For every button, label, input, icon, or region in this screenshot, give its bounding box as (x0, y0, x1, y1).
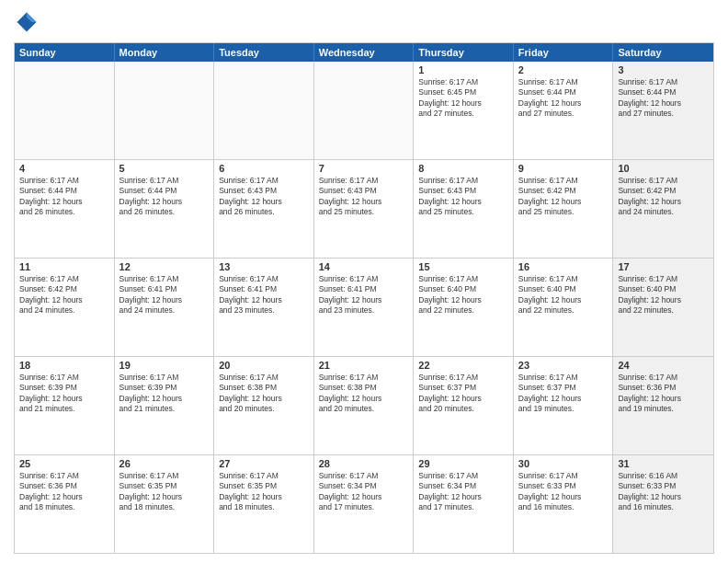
calendar-cell-29: 29Sunrise: 6:17 AM Sunset: 6:34 PM Dayli… (414, 455, 514, 553)
calendar-cell-19: 19Sunrise: 6:17 AM Sunset: 6:39 PM Dayli… (115, 357, 215, 454)
day-number: 12 (119, 261, 210, 272)
calendar-cell-empty-0-3 (314, 62, 415, 159)
day-info: Sunrise: 6:17 AM Sunset: 6:35 PM Dayligh… (219, 471, 309, 513)
day-info: Sunrise: 6:17 AM Sunset: 6:41 PM Dayligh… (319, 274, 409, 316)
day-number: 28 (319, 458, 409, 469)
day-number: 23 (518, 360, 609, 371)
calendar-row-2: 11Sunrise: 6:17 AM Sunset: 6:42 PM Dayli… (15, 258, 713, 356)
day-info: Sunrise: 6:17 AM Sunset: 6:44 PM Dayligh… (119, 176, 210, 218)
calendar-cell-12: 12Sunrise: 6:17 AM Sunset: 6:41 PM Dayli… (115, 259, 215, 356)
day-number: 21 (319, 360, 409, 371)
calendar: SundayMondayTuesdayWednesdayThursdayFrid… (14, 42, 714, 554)
calendar-cell-empty-0-0 (15, 62, 115, 159)
calendar-cell-27: 27Sunrise: 6:17 AM Sunset: 6:35 PM Dayli… (214, 455, 314, 553)
day-number: 10 (618, 163, 709, 174)
calendar-cell-14: 14Sunrise: 6:17 AM Sunset: 6:41 PM Dayli… (314, 259, 415, 356)
calendar-cell-15: 15Sunrise: 6:17 AM Sunset: 6:40 PM Dayli… (414, 259, 514, 356)
day-number: 26 (119, 458, 210, 469)
day-info: Sunrise: 6:17 AM Sunset: 6:39 PM Dayligh… (119, 373, 210, 415)
calendar-cell-13: 13Sunrise: 6:17 AM Sunset: 6:41 PM Dayli… (214, 259, 314, 356)
day-info: Sunrise: 6:17 AM Sunset: 6:38 PM Dayligh… (219, 373, 309, 415)
day-number: 29 (418, 458, 508, 469)
day-number: 16 (518, 261, 609, 272)
calendar-header: SundayMondayTuesdayWednesdayThursdayFrid… (15, 43, 713, 62)
day-info: Sunrise: 6:17 AM Sunset: 6:37 PM Dayligh… (518, 373, 609, 415)
day-info: Sunrise: 6:17 AM Sunset: 6:35 PM Dayligh… (119, 471, 210, 513)
calendar-cell-3: 3Sunrise: 6:17 AM Sunset: 6:44 PM Daylig… (613, 62, 713, 159)
day-info: Sunrise: 6:17 AM Sunset: 6:38 PM Dayligh… (319, 373, 409, 415)
day-number: 22 (418, 360, 508, 371)
day-number: 30 (518, 458, 609, 469)
calendar-row-0: 1Sunrise: 6:17 AM Sunset: 6:45 PM Daylig… (15, 62, 713, 159)
calendar-cell-31: 31Sunrise: 6:16 AM Sunset: 6:33 PM Dayli… (613, 455, 713, 553)
day-number: 18 (19, 360, 109, 371)
calendar-cell-17: 17Sunrise: 6:17 AM Sunset: 6:40 PM Dayli… (613, 259, 713, 356)
calendar-cell-30: 30Sunrise: 6:17 AM Sunset: 6:33 PM Dayli… (514, 455, 614, 553)
calendar-cell-2: 2Sunrise: 6:17 AM Sunset: 6:44 PM Daylig… (514, 62, 614, 159)
calendar-cell-21: 21Sunrise: 6:17 AM Sunset: 6:38 PM Dayli… (314, 357, 415, 454)
calendar-cell-10: 10Sunrise: 6:17 AM Sunset: 6:42 PM Dayli… (613, 160, 713, 258)
calendar-row-3: 18Sunrise: 6:17 AM Sunset: 6:39 PM Dayli… (15, 356, 713, 454)
day-info: Sunrise: 6:17 AM Sunset: 6:40 PM Dayligh… (618, 274, 709, 316)
calendar-cell-18: 18Sunrise: 6:17 AM Sunset: 6:39 PM Dayli… (15, 357, 115, 454)
day-number: 19 (119, 360, 210, 371)
day-number: 17 (618, 261, 709, 272)
calendar-cell-11: 11Sunrise: 6:17 AM Sunset: 6:42 PM Dayli… (15, 259, 115, 356)
day-number: 9 (518, 163, 609, 174)
calendar-cell-empty-0-2 (214, 62, 314, 159)
day-number: 3 (618, 64, 709, 75)
calendar-row-1: 4Sunrise: 6:17 AM Sunset: 6:44 PM Daylig… (15, 159, 713, 258)
page: SundayMondayTuesdayWednesdayThursdayFrid… (0, 0, 728, 563)
day-info: Sunrise: 6:17 AM Sunset: 6:34 PM Dayligh… (319, 471, 409, 513)
day-number: 2 (518, 64, 609, 75)
weekday-header-sunday: Sunday (15, 43, 115, 62)
day-info: Sunrise: 6:17 AM Sunset: 6:37 PM Dayligh… (418, 373, 508, 415)
calendar-body: 1Sunrise: 6:17 AM Sunset: 6:45 PM Daylig… (15, 62, 713, 553)
calendar-cell-16: 16Sunrise: 6:17 AM Sunset: 6:40 PM Dayli… (514, 259, 614, 356)
calendar-cell-5: 5Sunrise: 6:17 AM Sunset: 6:44 PM Daylig… (115, 160, 215, 258)
day-info: Sunrise: 6:17 AM Sunset: 6:33 PM Dayligh… (518, 471, 609, 513)
day-info: Sunrise: 6:17 AM Sunset: 6:44 PM Dayligh… (19, 176, 109, 218)
calendar-cell-24: 24Sunrise: 6:17 AM Sunset: 6:36 PM Dayli… (613, 357, 713, 454)
day-number: 25 (19, 458, 109, 469)
day-info: Sunrise: 6:17 AM Sunset: 6:44 PM Dayligh… (618, 77, 709, 120)
day-info: Sunrise: 6:17 AM Sunset: 6:40 PM Dayligh… (518, 274, 609, 316)
calendar-cell-26: 26Sunrise: 6:17 AM Sunset: 6:35 PM Dayli… (115, 455, 215, 553)
calendar-cell-empty-0-1 (115, 62, 215, 159)
day-number: 24 (618, 360, 709, 371)
day-number: 15 (418, 261, 508, 272)
weekday-header-friday: Friday (514, 43, 614, 62)
day-info: Sunrise: 6:17 AM Sunset: 6:40 PM Dayligh… (418, 274, 508, 316)
weekday-header-wednesday: Wednesday (314, 43, 415, 62)
calendar-cell-6: 6Sunrise: 6:17 AM Sunset: 6:43 PM Daylig… (214, 160, 314, 258)
calendar-cell-4: 4Sunrise: 6:17 AM Sunset: 6:44 PM Daylig… (15, 160, 115, 258)
day-info: Sunrise: 6:17 AM Sunset: 6:42 PM Dayligh… (518, 176, 609, 218)
weekday-header-thursday: Thursday (414, 43, 514, 62)
calendar-cell-20: 20Sunrise: 6:17 AM Sunset: 6:38 PM Dayli… (214, 357, 314, 454)
weekday-header-saturday: Saturday (613, 43, 713, 62)
weekday-header-monday: Monday (115, 43, 215, 62)
calendar-cell-22: 22Sunrise: 6:17 AM Sunset: 6:37 PM Dayli… (414, 357, 514, 454)
day-info: Sunrise: 6:17 AM Sunset: 6:36 PM Dayligh… (19, 471, 109, 513)
day-number: 31 (618, 458, 709, 469)
day-info: Sunrise: 6:17 AM Sunset: 6:41 PM Dayligh… (219, 274, 309, 316)
day-number: 7 (319, 163, 409, 174)
calendar-cell-28: 28Sunrise: 6:17 AM Sunset: 6:34 PM Dayli… (314, 455, 415, 553)
day-number: 8 (418, 163, 508, 174)
calendar-cell-25: 25Sunrise: 6:17 AM Sunset: 6:36 PM Dayli… (15, 455, 115, 553)
day-info: Sunrise: 6:17 AM Sunset: 6:36 PM Dayligh… (618, 373, 709, 415)
calendar-cell-7: 7Sunrise: 6:17 AM Sunset: 6:43 PM Daylig… (314, 160, 415, 258)
calendar-cell-8: 8Sunrise: 6:17 AM Sunset: 6:43 PM Daylig… (414, 160, 514, 258)
day-info: Sunrise: 6:17 AM Sunset: 6:42 PM Dayligh… (618, 176, 709, 218)
day-number: 20 (219, 360, 309, 371)
day-number: 14 (319, 261, 409, 272)
day-info: Sunrise: 6:17 AM Sunset: 6:43 PM Dayligh… (219, 176, 309, 218)
day-info: Sunrise: 6:17 AM Sunset: 6:45 PM Dayligh… (418, 77, 508, 120)
header (14, 9, 714, 35)
calendar-cell-9: 9Sunrise: 6:17 AM Sunset: 6:42 PM Daylig… (514, 160, 614, 258)
day-number: 4 (19, 163, 109, 174)
calendar-row-4: 25Sunrise: 6:17 AM Sunset: 6:36 PM Dayli… (15, 454, 713, 553)
day-info: Sunrise: 6:17 AM Sunset: 6:41 PM Dayligh… (119, 274, 210, 316)
day-number: 1 (418, 64, 508, 75)
day-info: Sunrise: 6:17 AM Sunset: 6:43 PM Dayligh… (418, 176, 508, 218)
